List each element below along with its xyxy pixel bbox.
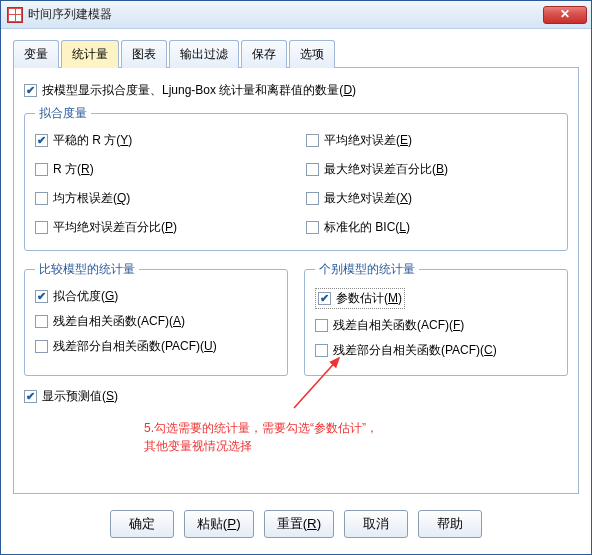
checkbox-icon [35, 290, 48, 303]
compare-check-2[interactable]: 残差部分自相关函数(PACF)(U) [35, 338, 277, 355]
checkbox-icon [315, 344, 328, 357]
label-text: 残差部分自相关函数(PACF)(U) [53, 338, 217, 355]
individual-check-0[interactable]: 参数估计(M) [315, 288, 557, 309]
label-text: 最大绝对误差(X) [324, 190, 412, 207]
accel-key: S [106, 389, 114, 403]
fit-check-1[interactable]: 平均绝对误差(E) [306, 132, 557, 149]
window-title: 时间序列建模器 [28, 6, 543, 23]
label-text: 最大绝对误差百分比(B) [324, 161, 448, 178]
reset-button[interactable]: 重置(R) [264, 510, 335, 538]
fit-check-3[interactable]: 最大绝对误差百分比(B) [306, 161, 557, 178]
label-text: R 方(R) [53, 161, 94, 178]
individual-check-1[interactable]: 残差自相关函数(ACF)(F) [315, 317, 557, 334]
button-bar: 确定 粘贴(P) 重置(R) 取消 帮助 [1, 498, 591, 554]
display-by-model-check[interactable]: 按模型显示拟合度量、Ljung-Box 统计量和离群值的数量(D) [24, 82, 568, 99]
label-text: 残差自相关函数(ACF)(A) [53, 313, 185, 330]
fit-check-2[interactable]: R 方(R) [35, 161, 286, 178]
fit-legend: 拟合度量 [35, 105, 91, 122]
label-text: 参数估计(M) [336, 290, 402, 307]
tab-4[interactable]: 保存 [241, 40, 287, 68]
two-column-groups: 比较模型的统计量 拟合优度(G)残差自相关函数(ACF)(A)残差部分自相关函数… [24, 261, 568, 376]
checkbox-icon [24, 84, 37, 97]
fit-measures-group: 拟合度量 平稳的 R 方(Y)平均绝对误差(E)R 方(R)最大绝对误差百分比(… [24, 105, 568, 251]
title-bar: 时间序列建模器 ✕ [1, 1, 591, 29]
cancel-button[interactable]: 取消 [344, 510, 408, 538]
ok-button[interactable]: 确定 [110, 510, 174, 538]
checkbox-icon [306, 134, 319, 147]
label-text: 显示预测值(S) [42, 388, 118, 405]
checkbox-icon [35, 192, 48, 205]
checkbox-icon [318, 292, 331, 305]
help-button[interactable]: 帮助 [418, 510, 482, 538]
compare-legend: 比较模型的统计量 [35, 261, 139, 278]
checkbox-icon [306, 221, 319, 234]
checkbox-icon [306, 163, 319, 176]
compare-models-group: 比较模型的统计量 拟合优度(G)残差自相关函数(ACF)(A)残差部分自相关函数… [24, 261, 288, 376]
checkbox-icon [35, 315, 48, 328]
label-text: 残差自相关函数(ACF)(F) [333, 317, 464, 334]
label-text: 标准化的 BIC(L) [324, 219, 410, 236]
tab-1[interactable]: 统计量 [61, 40, 119, 68]
tab-0[interactable]: 变量 [13, 40, 59, 68]
show-forecast-check[interactable]: 显示预测值(S) [24, 388, 568, 405]
dialog-window: 时间序列建模器 ✕ 变量统计量图表输出过滤保存选项 按模型显示拟合度量、Ljun… [0, 0, 592, 555]
tab-page-statistics: 按模型显示拟合度量、Ljung-Box 统计量和离群值的数量(D) 拟合度量 平… [13, 68, 579, 494]
checkbox-icon [35, 340, 48, 353]
checkbox-icon [315, 319, 328, 332]
fit-check-6[interactable]: 平均绝对误差百分比(P) [35, 219, 286, 236]
app-icon [7, 7, 23, 23]
compare-check-0[interactable]: 拟合优度(G) [35, 288, 277, 305]
label-text: 拟合优度(G) [53, 288, 118, 305]
annotation-layer: 显示预测值(S) 5.勾选需要的统计量，需要勾选“参数估计”， 其他变量视情况选… [24, 388, 568, 455]
label-text: 按模型显示拟合度量、Ljung-Box 统计量和离群值的数量(D) [42, 82, 356, 99]
label-text: 平均绝对误差百分比(P) [53, 219, 177, 236]
checkbox-icon [35, 163, 48, 176]
close-button[interactable]: ✕ [543, 6, 587, 24]
tab-strip: 变量统计量图表输出过滤保存选项 [13, 39, 579, 68]
label-text: 均方根误差(Q) [53, 190, 130, 207]
fit-check-0[interactable]: 平稳的 R 方(Y) [35, 132, 286, 149]
paste-button[interactable]: 粘贴(P) [184, 510, 254, 538]
annotation-text: 5.勾选需要的统计量，需要勾选“参数估计”， 其他变量视情况选择 [144, 419, 568, 455]
individual-models-group: 个别模型的统计量 参数估计(M)残差自相关函数(ACF)(F)残差部分自相关函数… [304, 261, 568, 376]
checkbox-icon [306, 192, 319, 205]
label-text: 平稳的 R 方(Y) [53, 132, 132, 149]
content-area: 变量统计量图表输出过滤保存选项 按模型显示拟合度量、Ljung-Box 统计量和… [1, 29, 591, 498]
individual-legend: 个别模型的统计量 [315, 261, 419, 278]
fit-check-4[interactable]: 均方根误差(Q) [35, 190, 286, 207]
fit-check-7[interactable]: 标准化的 BIC(L) [306, 219, 557, 236]
checkbox-icon [24, 390, 37, 403]
compare-check-1[interactable]: 残差自相关函数(ACF)(A) [35, 313, 277, 330]
tab-2[interactable]: 图表 [121, 40, 167, 68]
fit-check-5[interactable]: 最大绝对误差(X) [306, 190, 557, 207]
checkbox-icon [35, 221, 48, 234]
label-text: 残差部分自相关函数(PACF)(C) [333, 342, 497, 359]
individual-check-2[interactable]: 残差部分自相关函数(PACF)(C) [315, 342, 557, 359]
accel-key: D [343, 83, 352, 97]
tab-5[interactable]: 选项 [289, 40, 335, 68]
checkbox-icon [35, 134, 48, 147]
label-text: 平均绝对误差(E) [324, 132, 412, 149]
tab-3[interactable]: 输出过滤 [169, 40, 239, 68]
